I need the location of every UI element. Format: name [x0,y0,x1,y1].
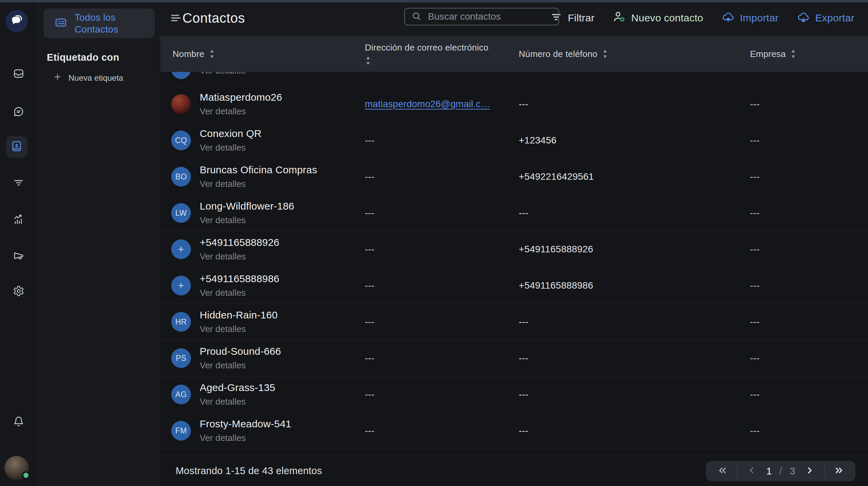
sort-icon[interactable] [602,49,608,59]
avatar-initials: + [178,244,184,255]
table-row[interactable]: AG Aged-Grass-135 Ver detalles --- --- -… [160,376,868,412]
contact-email[interactable]: --- [365,135,519,146]
rail-inbox-button[interactable] [0,67,37,81]
column-label: Dirección de correo electrónico [365,42,489,53]
contact-email[interactable]: --- [365,208,519,218]
first-page-button[interactable] [717,465,728,477]
table-row[interactable]: Matiasperdomo26 Ver detalles matiasperdo… [160,86,868,122]
window-top-edge [0,0,868,2]
contact-phone: +5492216429561 [519,171,745,182]
contact-name: Proud-Sound-666 [200,346,281,357]
table-row[interactable]: CQ Conexion QR Ver detalles --- +123456 … [160,122,868,158]
view-details-link[interactable]: Ver detalles [200,106,282,117]
rail-chats-button[interactable] [0,105,37,119]
tagged-with-heading: Etiquetado con [47,52,119,63]
rail-filters-button[interactable] [0,176,37,190]
next-page-button[interactable] [804,465,815,477]
column-header-email[interactable]: Dirección de correo electrónico [365,42,519,66]
last-page-button[interactable] [834,465,845,477]
contacts-book-icon [11,140,23,154]
person-plus-icon [613,10,626,26]
showing-count-text: Mostrando 1-15 de 43 elementos [176,465,322,477]
view-details-link[interactable]: Ver detalles [200,396,275,407]
contact-email[interactable]: --- [365,316,519,327]
partially-visible-row[interactable]: Ver detalles [160,72,868,86]
contact-email[interactable]: --- [365,280,519,291]
app-logo[interactable] [5,10,28,32]
search-icon [412,11,421,22]
view-details-link[interactable]: Ver detalles [200,288,279,298]
view-details-link[interactable]: Ver detalles [200,142,261,153]
contact-email[interactable]: --- [365,425,519,436]
view-details-link[interactable]: Ver detalles [200,72,246,76]
contact-name: Long-Wildflower-186 [200,200,294,212]
sort-icon[interactable] [790,49,796,59]
avatar-initials: BO [175,172,187,181]
view-details-link[interactable]: Ver detalles [200,433,291,443]
contact-company: --- [745,244,868,255]
contact-company: --- [745,280,868,291]
view-details-link[interactable]: Ver detalles [200,251,279,262]
contact-name: Aged-Grass-135 [200,382,275,393]
rail-analytics-button[interactable] [0,213,37,227]
table-row[interactable]: HR Hidden-Rain-160 Ver detalles --- --- … [160,304,868,340]
view-details-link[interactable]: Ver detalles [200,324,278,334]
contact-company: --- [745,135,868,146]
rail-campaigns-button[interactable] [0,249,37,263]
rail-settings-button[interactable] [0,285,37,298]
plus-icon [53,72,62,83]
contact-company: --- [745,389,868,400]
export-label: Exportar [815,12,854,24]
new-tag-button[interactable]: Nueva etiqueta [53,72,123,83]
search-box[interactable] [404,8,559,25]
view-details-link[interactable]: Ver detalles [200,179,317,189]
contact-email[interactable]: --- [365,353,519,364]
name-cell: PS Proud-Sound-666 Ver detalles [160,346,365,371]
contact-company: --- [745,425,868,436]
avatar-initials: AG [175,390,187,399]
chevron-right-icon [804,465,815,477]
new-contact-button[interactable]: Nuevo contacto [613,10,703,26]
view-details-link[interactable]: Ver detalles [200,215,294,226]
rail-contacts-button[interactable] [6,136,27,158]
table-row[interactable]: + +5491165888986 Ver detalles --- +54911… [160,267,868,304]
page-title: Contactos [182,11,245,26]
contact-email[interactable]: --- [365,244,519,255]
previous-page-button[interactable] [746,465,757,477]
column-header-phone[interactable]: Número de teléfono [519,49,745,59]
table-row[interactable]: + +5491165888926 Ver detalles --- +54911… [160,231,868,267]
sort-icon[interactable] [365,56,371,66]
column-header-company[interactable]: Empresa [745,49,868,59]
table-row[interactable]: FM Frosty-Meadow-541 Ver detalles --- --… [160,412,868,449]
menu-icon[interactable] [170,12,182,24]
contact-email[interactable]: --- [365,389,519,400]
online-status-dot [22,471,30,479]
view-details-link[interactable]: Ver detalles [200,360,281,371]
name-cell: Matiasperdomo26 Ver detalles [160,92,365,117]
page-indicator: 1 / 3 [766,465,795,477]
pager-divider [737,465,737,477]
rail-notifications-button[interactable] [0,415,37,429]
topbar: Contactos [160,0,868,36]
megaphone-icon [13,250,24,263]
name-cell: + +5491165888926 Ver detalles [160,237,365,262]
table-row[interactable]: LW Long-Wildflower-186 Ver detalles --- … [160,195,868,231]
user-avatar[interactable] [4,456,29,480]
import-button[interactable]: Importar [722,10,778,26]
contact-email[interactable]: matiasperdomo26@gmail.c… [365,99,519,110]
filter-label: Filtrar [568,12,595,24]
contact-phone: --- [519,425,745,436]
contact-email[interactable]: --- [365,171,519,182]
gear-icon [13,285,24,298]
chevron-left-icon [746,465,757,477]
search-input[interactable] [427,11,552,22]
inbox-icon [13,68,24,80]
contact-name: Conexion QR [200,128,261,139]
sidebar-item-all-contacts[interactable]: Todos los Contactos [44,8,155,38]
table-row[interactable]: PS Proud-Sound-666 Ver detalles --- --- … [160,340,868,376]
export-button[interactable]: Exportar [797,10,854,26]
table-row[interactable]: BO Bruncas Oficina Compras Ver detalles … [160,158,868,195]
column-header-name[interactable]: Nombre [160,49,365,59]
sort-icon[interactable] [209,49,215,59]
analytics-chart-icon [13,214,24,226]
